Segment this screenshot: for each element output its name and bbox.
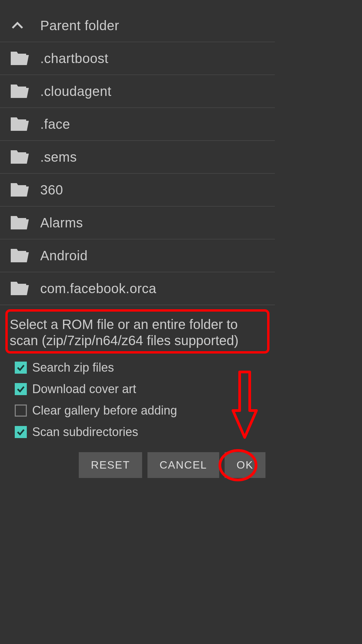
chevron-up-icon <box>10 18 40 33</box>
folder-label: .sems <box>40 150 77 165</box>
folder-row[interactable]: .face <box>0 108 275 141</box>
folder-row[interactable]: com.facebook.orca <box>0 272 275 305</box>
folder-icon <box>10 149 40 165</box>
folder-label: Alarms <box>40 215 83 230</box>
folder-icon <box>10 248 40 264</box>
folder-label: com.facebook.orca <box>40 281 156 296</box>
folder-icon <box>10 182 40 198</box>
instruction-text: Select a ROM file or an entire folder to… <box>10 316 265 348</box>
folder-icon <box>10 83 40 99</box>
option-clear-gallery[interactable]: Clear gallery before adding <box>15 400 275 421</box>
folder-icon <box>10 50 40 66</box>
option-label: Download cover art <box>32 382 136 396</box>
option-label: Scan subdirectories <box>32 425 138 439</box>
cancel-button[interactable]: CANCEL <box>147 452 219 478</box>
option-label: Clear gallery before adding <box>32 404 177 418</box>
checkbox-icon <box>15 362 27 374</box>
parent-folder-row[interactable]: Parent folder <box>0 9 275 42</box>
option-search-zip[interactable]: Search zip files <box>15 357 275 378</box>
checkbox-icon <box>15 426 27 438</box>
folder-row[interactable]: .chartboost <box>0 42 275 75</box>
options-group: Search zip files Download cover art Clea… <box>0 357 275 443</box>
folder-icon <box>10 280 40 297</box>
folder-row[interactable]: Alarms <box>0 207 275 239</box>
folder-row[interactable]: .cloudagent <box>0 75 275 108</box>
folder-label: 360 <box>40 182 63 198</box>
folder-icon <box>10 116 40 132</box>
folder-label: .face <box>40 117 70 132</box>
folder-label: .cloudagent <box>40 84 111 99</box>
option-label: Search zip files <box>32 361 114 375</box>
parent-folder-label: Parent folder <box>40 18 119 33</box>
folder-row[interactable]: .sems <box>0 141 275 174</box>
button-bar: RESET CANCEL OK <box>79 452 265 478</box>
checkbox-icon <box>15 383 27 395</box>
reset-button[interactable]: RESET <box>79 452 142 478</box>
folder-label: Android <box>40 248 87 263</box>
folder-label: .chartboost <box>40 51 108 66</box>
folder-row[interactable]: Android <box>0 239 275 272</box>
checkbox-icon <box>15 405 27 417</box>
option-download-art[interactable]: Download cover art <box>15 378 275 400</box>
folder-row[interactable]: 360 <box>0 174 275 207</box>
ok-button[interactable]: OK <box>225 452 265 478</box>
folder-icon <box>10 215 40 231</box>
annotation-highlight-box: Select a ROM file or an entire folder to… <box>5 309 269 354</box>
option-scan-subdirs[interactable]: Scan subdirectories <box>15 421 275 443</box>
